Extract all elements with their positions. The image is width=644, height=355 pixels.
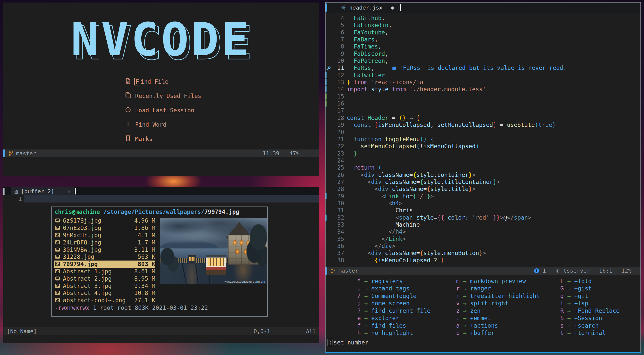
line-number: 24	[326, 157, 344, 164]
line-number: 14	[326, 86, 344, 93]
whichkey-binding[interactable]: l→+lsp	[514, 300, 620, 307]
whichkey-label: +git	[574, 293, 588, 299]
tab-buffer-2[interactable]: [buffer 2] ×	[11, 187, 74, 195]
file-row[interactable]: 6zS17Sj.jpg4.96M	[54, 217, 155, 224]
code-text: FaDiscord,	[347, 50, 388, 57]
line-number: 34	[326, 228, 344, 235]
file-row[interactable]: 30iNVBw.jpg3.11M	[54, 246, 155, 253]
dashboard-window[interactable]: NVCODE NVCODE Find FileRecently Used Fil…	[3, 3, 319, 176]
arrow-icon: →	[364, 322, 368, 329]
whichkey-binding[interactable]: R→+Find_Replace	[514, 307, 620, 315]
file-row[interactable]: 799794.jpg803K	[54, 261, 155, 268]
whichkey-label: +search	[574, 322, 599, 329]
close-icon[interactable]: ×	[67, 188, 71, 194]
file-preview-box: chris@machine /storage/Pictures/wallpape…	[51, 207, 268, 317]
file-size-unit: M	[148, 239, 155, 246]
file-size: 563	[132, 253, 148, 260]
line-number: 21	[326, 136, 344, 143]
file-row[interactable]: Abstract 4.jpg10.8M	[54, 289, 155, 297]
whichkey-column: F→+foldG→+gistg→+gitl→+lspR→+Find_Replac…	[514, 277, 620, 337]
tab-header-jsx[interactable]: header.jsx	[349, 5, 382, 11]
code-text: </Link>	[347, 235, 406, 242]
whichkey-binding[interactable]: G→+gist	[514, 285, 620, 292]
buffer-window[interactable]: [buffer 2] × 1 chris@machine /storage/Pi…	[3, 187, 319, 343]
code-line-22: 22 setMenuCollapsed(!isMenuCollapsed)	[326, 143, 640, 150]
diagnostic-count-label: 1	[543, 268, 546, 274]
file-row[interactable]: Abstract 3.jpg9.34M	[54, 282, 155, 289]
dashboard-item-recently-used-files[interactable]: Recently Used Files	[125, 89, 201, 103]
line-number: 20	[326, 129, 344, 136]
whichkey-binding[interactable]: ;→home screen	[326, 300, 430, 307]
file-size-unit: M	[148, 275, 155, 282]
code-line-21: 21 function toggleMenu() {	[326, 136, 640, 143]
code-text: } from 'react-icons/fa'	[347, 79, 427, 86]
arrow-icon: →	[364, 300, 368, 307]
command-text: set number	[334, 339, 368, 346]
whichkey-label: +Find_Replace	[574, 308, 620, 314]
arrow-icon: →	[463, 293, 467, 299]
file-row[interactable]: 07nEzQ3.jpg1.86M	[54, 224, 155, 232]
file-row[interactable]: 31228.jpg563K	[54, 253, 155, 261]
file-name: 30iNVBw.jpg	[63, 246, 132, 253]
dashboard-item-label: Find File	[135, 78, 169, 85]
dashboard-item-label: Find Word	[135, 121, 167, 128]
whichkey-binding[interactable]: "→registers	[326, 277, 430, 285]
code-line-38: 38 {isMenuCollapsed ? (	[326, 257, 640, 264]
whichkey-binding[interactable]: /→CommentToggle	[326, 292, 430, 300]
whichkey-binding[interactable]: h→no highlight	[326, 329, 430, 337]
arrow-icon: →	[567, 308, 571, 314]
tabline-cursor	[400, 4, 401, 11]
code-line-20: 20	[326, 129, 640, 136]
scroll-label: All	[306, 328, 319, 334]
line-number: 4	[326, 15, 344, 22]
editor-window[interactable]: header.jsx ● 4 FaGithub,5 FaLinkedin,6 F…	[325, 2, 641, 353]
file-row[interactable]: Abstract 2.jpg8.95M	[54, 275, 155, 282]
file-name: 31228.jpg	[63, 253, 132, 260]
whichkey-binding[interactable]: ,→expand tags	[326, 285, 430, 292]
code-text: function toggleMenu() {	[347, 136, 434, 143]
command-line[interactable]: :set number	[328, 339, 368, 346]
whichkey-key: f	[326, 322, 361, 329]
file-size: 1.86	[132, 225, 148, 231]
buffer-line-1[interactable]: 1	[3, 195, 319, 202]
whichkey-binding[interactable]: S→+Session	[514, 315, 620, 322]
whichkey-binding[interactable]: ?→find current file	[326, 307, 430, 315]
file-row[interactable]: abstract-cool~.png77.1K	[54, 297, 155, 304]
file-name: Abstract 4.jpg	[63, 290, 132, 296]
whichkey-binding[interactable]: e→explorer	[326, 315, 430, 322]
whichkey-binding[interactable]: F→+fold	[514, 277, 620, 285]
file-size-unit: K	[148, 297, 155, 303]
code-text: Chris	[347, 207, 413, 214]
cursor-position-label: 16:1	[599, 268, 612, 274]
dashboard-item-marks[interactable]: Marks	[125, 132, 201, 146]
whichkey-key: e	[326, 315, 361, 321]
code-line-18: 18const Header = () ⇒ {	[326, 114, 640, 121]
line-number: 28	[326, 185, 344, 192]
whichkey-binding[interactable]: g→+git	[514, 292, 620, 300]
code-text: }	[347, 150, 357, 157]
clock-label: 11:39	[263, 150, 279, 157]
line-number: 32	[326, 214, 344, 221]
file-name: abstract-cool~.png	[63, 297, 132, 303]
dashboard-item-find-word[interactable]: Find Word	[125, 117, 201, 132]
dashboard-item-load-last-session[interactable]: Load Last Session	[125, 103, 201, 117]
file-row[interactable]: Abstract 1.jpg8.61M	[54, 268, 155, 275]
arrow-icon: →	[463, 330, 467, 336]
dashboard-item-find-file[interactable]: Find File	[125, 74, 201, 89]
dashboard-item-label: Load Last Session	[135, 107, 194, 114]
file-row[interactable]: 24LrDFQ.jpg1.7M	[54, 239, 155, 246]
whichkey-binding[interactable]: f→find files	[326, 322, 430, 329]
code-editor-area[interactable]: 4 FaGithub,5 FaLinkedin,6 FaYoutube,7 Fa…	[326, 15, 640, 264]
code-text: <h4>	[347, 200, 403, 207]
line-number: 9	[326, 50, 344, 57]
file-meta-label: 1 root root 803K 2021-03-01 23:22	[89, 305, 208, 311]
git-branch-label: master	[16, 150, 36, 157]
arrow-icon: →	[463, 300, 467, 307]
image-icon	[55, 261, 63, 267]
path-label: /storage/Pictures/wallpapers/	[100, 209, 204, 215]
whichkey-binding[interactable]: s→+search	[514, 322, 620, 329]
file-row[interactable]: 9hMxcHr.jpg4.1M	[54, 232, 155, 239]
code-line-27: 27 <div className={style.titleContainer}…	[326, 178, 640, 185]
whichkey-label: find files	[371, 322, 406, 329]
whichkey-binding[interactable]: t→+terminal	[514, 329, 620, 337]
